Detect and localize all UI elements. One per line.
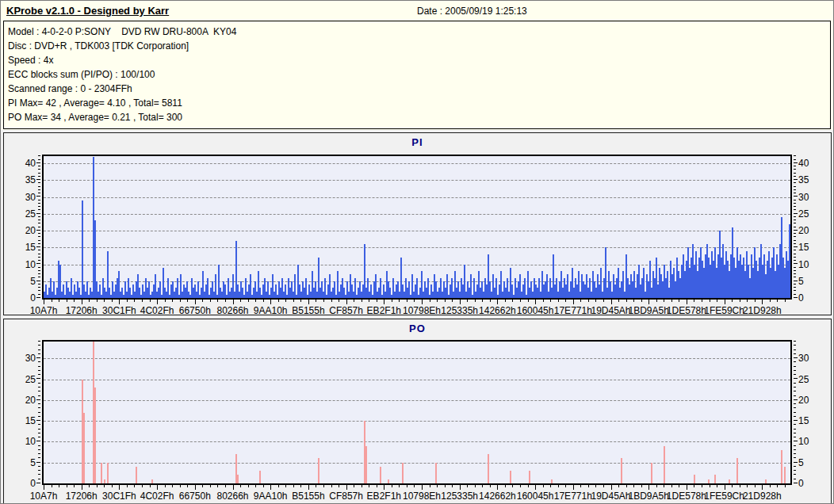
data-bar [82,200,83,298]
x-axis-label: 1FE59Ch [704,491,744,502]
x-axis-label: B5155h [292,305,324,316]
data-bar [736,458,738,483]
info-line-disc: Disc : DVD+R , TDK003 [TDK Corporation] [8,40,189,52]
x-axis-label: 4C02Fh [140,305,174,316]
data-bar [714,475,716,483]
data-bar [551,479,553,483]
x-axis-label: 19D45Ah [591,305,630,316]
data-bar [318,458,319,483]
kprobe-window: KProbe v2.1.0 - Designed by Karr Date : … [0,0,834,504]
x-axis-label: 80266h [216,305,248,316]
x-axis-label: EB2F1h [367,305,401,316]
x-axis-label: 1FE59Ch [704,305,744,316]
x-axis-label: 66750h [179,305,211,316]
x-axis-label: 9AA10h [254,305,288,316]
data-bar [380,467,381,483]
scan-date: Date : 2005/09/19 1:25:13 [417,6,527,17]
x-axis-label: 17E771h [554,305,592,316]
data-bar [237,475,239,483]
data-bar [664,446,665,483]
x-axis-label: 10A7h [30,305,58,316]
data-bar [388,479,389,483]
data-bar [151,479,153,483]
x-axis-label: 10798Eh [403,491,441,502]
x-axis-label: 21D928h [743,305,782,316]
x-axis-label: 160045h [517,305,554,316]
po-chart-panel: PO 00551010151520202525303010A7h17206h30… [3,319,832,504]
data-bar [435,463,437,483]
x-axis-label: 125335h [441,491,478,502]
x-axis-label: 30C1Fh [102,491,136,502]
data-bar [136,467,137,483]
x-axis-label: EB2F1h [367,491,401,502]
app-title: KProbe v2.1.0 - Designed by Karr [6,5,169,17]
info-line-po-stats: PO Max= 34 , Average= 0.21 , Total= 300 [8,112,182,123]
x-axis-label: 4C02Fh [140,491,174,502]
x-axis-label: 142662h [479,305,516,316]
x-axis-label: 80266h [216,491,248,502]
title-row: KProbe v2.1.0 - Designed by Karr Date : … [1,1,833,21]
data-bar [510,471,511,483]
data-bar [101,463,102,483]
data-bar [104,479,105,483]
data-bar [781,450,782,483]
po-chart-title: PO [4,323,831,334]
x-axis-label: 142662h [479,491,516,502]
data-bar [694,475,695,483]
data-bar [651,463,652,483]
header-section: KProbe v2.1.0 - Designed by Karr Date : … [1,1,833,130]
x-axis-label: 17206h [66,491,98,502]
x-axis-label: 10A7h [30,491,58,502]
data-bar [765,479,767,483]
data-bar [784,467,786,483]
scan-info-box: Model : 4-0-2-0 P:SONY DVD RW DRU-800A K… [3,21,831,129]
x-axis-label: 17206h [66,305,98,316]
x-axis-label: 10798Eh [403,305,441,316]
x-axis-label: 125335h [441,305,478,316]
x-axis-label: 1BD9A5h [629,491,669,502]
data-bar [729,479,730,483]
info-line-speed: Speed : 4x [8,55,53,66]
x-axis-label: CF857h [329,491,363,502]
x-axis-label: CF857h [329,305,363,316]
x-axis-label: 66750h [179,491,211,502]
pi-chart-title: PI [4,136,831,148]
x-axis-label: 1DE578h [667,305,706,316]
x-axis-label: B5155h [292,491,324,502]
data-bar [529,471,530,483]
x-axis-label: 1BD9A5h [629,305,669,316]
pi-chart-panel: PI 0055101015152020252530303535404010A7h… [3,132,832,315]
data-bar [107,463,109,483]
data-bar [94,388,96,483]
data-bar [402,463,404,483]
data-bar [365,446,367,483]
data-bar [488,454,489,483]
x-axis-label: 160045h [517,491,554,502]
data-bar [83,413,85,483]
x-axis-label: 19D45Ah [591,491,630,502]
x-axis-label: 17E771h [554,491,592,502]
data-bar [789,224,790,299]
data-bar [708,479,710,483]
data-bar [621,458,622,483]
data-bar [259,471,261,483]
info-line-range: Scanned range : 0 - 2304FFh [8,83,132,94]
x-axis-label: 30C1Fh [102,305,136,316]
x-axis-label: 1DE578h [667,491,706,502]
x-axis-label: 21D928h [743,491,782,502]
info-line-model: Model : 4-0-2-0 P:SONY DVD RW DRU-800A K… [8,26,236,37]
info-line-pi-stats: PI Max= 42 , Average= 4.10 , Total= 5811 [8,97,182,109]
info-line-ecc: ECC blocks sum (PI/PO) : 100/100 [8,69,155,80]
x-axis-label: 9AA10h [254,491,288,502]
